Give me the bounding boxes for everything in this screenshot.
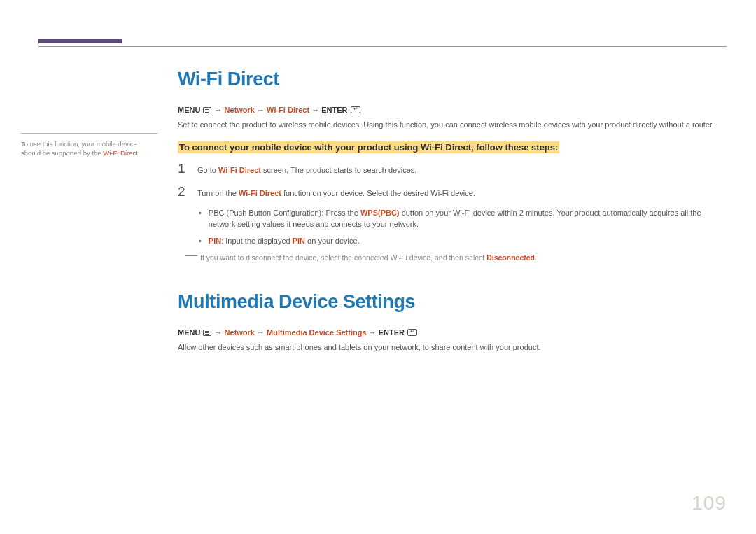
- note-a: If you want to disconnect the device, se…: [200, 253, 486, 262]
- heading-multimedia: Multimedia Device Settings: [178, 291, 727, 313]
- wifi-description: Set to connect the product to wireless m…: [178, 120, 727, 131]
- step1-b: screen. The product starts to search dev…: [261, 166, 416, 174]
- steps-title: To connect your mobile device with your …: [178, 141, 559, 153]
- bullet-pin: • PIN: Input the displayed PIN on your d…: [199, 236, 727, 247]
- arrow: →: [215, 106, 225, 114]
- step2-a: Turn on the: [197, 189, 239, 197]
- note-dash-icon: [185, 255, 197, 256]
- arrow: →: [255, 328, 267, 337]
- bullet-dot: •: [199, 208, 202, 230]
- arrow: →: [215, 328, 225, 337]
- arrow: →: [367, 328, 379, 337]
- menu-label: MENU: [178, 328, 200, 337]
- enter-icon: [351, 106, 360, 113]
- note-hl: Disconnected: [486, 253, 535, 262]
- step1-hl: Wi-Fi Direct: [218, 166, 261, 174]
- multimedia-description: Allow other devices such as smart phones…: [178, 342, 727, 353]
- menu-icon: [203, 107, 211, 113]
- sidebar-note: To use this function, your mobile device…: [21, 133, 158, 158]
- sidebar-suffix: .: [138, 149, 140, 157]
- arrow: →: [255, 106, 267, 114]
- b2-hl1: PIN: [209, 237, 221, 245]
- step-2: 2 Turn on the Wi-Fi Direct function on y…: [178, 185, 727, 198]
- step2-hl: Wi-Fi Direct: [239, 189, 281, 197]
- enter-label: ENTER: [379, 328, 405, 337]
- bullet-pbc: • PBC (Push Button Configuration): Press…: [199, 208, 727, 230]
- path-network: Network: [225, 106, 255, 114]
- step-2-number: 2: [178, 185, 188, 198]
- b1-a: PBC (Push Button Configuration): Press t…: [209, 209, 360, 217]
- step-2-text: Turn on the Wi-Fi Direct function on you…: [197, 189, 475, 197]
- arrow: →: [309, 106, 321, 114]
- step-1-number: 1: [178, 162, 188, 175]
- sidebar-highlight: Wi-Fi Direct: [103, 149, 138, 157]
- step-1: 1 Go to Wi-Fi Direct screen. The product…: [178, 162, 727, 175]
- bullet-pin-text: PIN: Input the displayed PIN on your dev…: [209, 236, 360, 247]
- header-accent-bar: [38, 39, 122, 43]
- bullet-dot: •: [199, 236, 202, 247]
- path-network: Network: [225, 328, 255, 337]
- step2-b: function on your device. Select the desi…: [281, 189, 475, 197]
- menu-path-wifi: MENU → Network → Wi-Fi Direct → ENTER: [178, 106, 727, 114]
- b2-a: : Input the displayed: [221, 237, 293, 245]
- step-1-text: Go to Wi-Fi Direct screen. The product s…: [197, 166, 416, 174]
- menu-label: MENU: [178, 106, 200, 114]
- disconnect-note: If you want to disconnect the device, se…: [185, 253, 727, 263]
- step1-a: Go to: [197, 166, 218, 174]
- menu-icon: [203, 330, 211, 336]
- bullet-list: • PBC (Push Button Configuration): Press…: [199, 208, 727, 247]
- heading-wifi-direct: Wi-Fi Direct: [178, 69, 727, 90]
- enter-icon: [407, 329, 417, 336]
- multimedia-section: Multimedia Device Settings MENU → Networ…: [178, 291, 727, 353]
- b2-b: on your device.: [305, 237, 360, 245]
- bullet-pbc-text: PBC (Push Button Configuration): Press t…: [209, 208, 727, 230]
- path-wifidirect: Wi-Fi Direct: [267, 106, 309, 114]
- note-b: .: [535, 253, 537, 262]
- enter-label: ENTER: [321, 106, 347, 114]
- main-content: Wi-Fi Direct MENU → Network → Wi-Fi Dire…: [178, 69, 727, 363]
- path-multimedia: Multimedia Device Settings: [267, 328, 366, 337]
- header-rule: [38, 46, 727, 47]
- menu-path-multimedia: MENU → Network → Multimedia Device Setti…: [178, 328, 727, 337]
- b1-hl: WPS(PBC): [360, 209, 400, 217]
- b2-hl2: PIN: [293, 237, 305, 245]
- page-number: 109: [692, 492, 727, 514]
